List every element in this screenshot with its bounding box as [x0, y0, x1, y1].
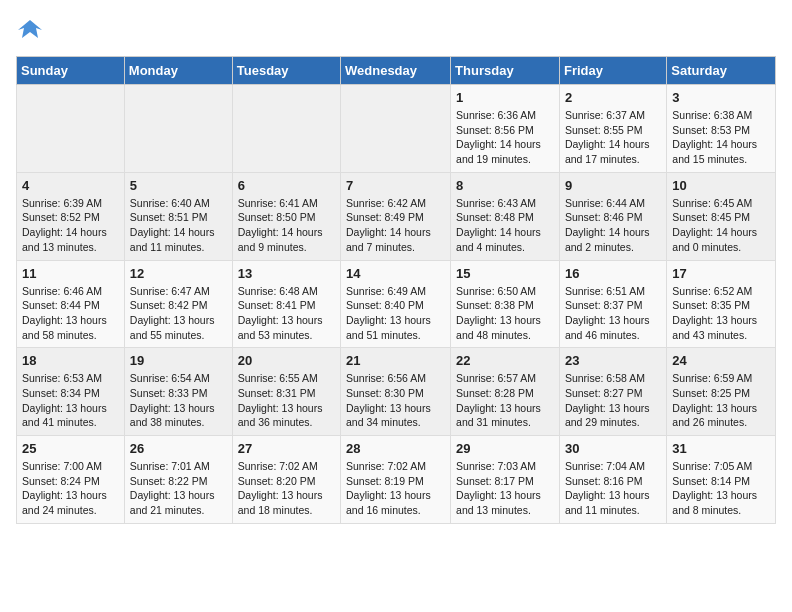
- day-info: Sunrise: 6:46 AM Sunset: 8:44 PM Dayligh…: [22, 284, 119, 343]
- day-cell: 24Sunrise: 6:59 AM Sunset: 8:25 PM Dayli…: [667, 348, 776, 436]
- header-friday: Friday: [559, 57, 666, 85]
- day-number: 28: [346, 441, 445, 456]
- header-sunday: Sunday: [17, 57, 125, 85]
- day-cell: 12Sunrise: 6:47 AM Sunset: 8:42 PM Dayli…: [124, 260, 232, 348]
- day-cell: [124, 85, 232, 173]
- day-cell: 5Sunrise: 6:40 AM Sunset: 8:51 PM Daylig…: [124, 172, 232, 260]
- day-number: 11: [22, 266, 119, 281]
- day-cell: 7Sunrise: 6:42 AM Sunset: 8:49 PM Daylig…: [341, 172, 451, 260]
- day-number: 3: [672, 90, 770, 105]
- day-number: 18: [22, 353, 119, 368]
- day-info: Sunrise: 6:36 AM Sunset: 8:56 PM Dayligh…: [456, 108, 554, 167]
- day-cell: 18Sunrise: 6:53 AM Sunset: 8:34 PM Dayli…: [17, 348, 125, 436]
- day-number: 30: [565, 441, 661, 456]
- day-number: 12: [130, 266, 227, 281]
- day-cell: 27Sunrise: 7:02 AM Sunset: 8:20 PM Dayli…: [232, 436, 340, 524]
- day-cell: 20Sunrise: 6:55 AM Sunset: 8:31 PM Dayli…: [232, 348, 340, 436]
- day-cell: 23Sunrise: 6:58 AM Sunset: 8:27 PM Dayli…: [559, 348, 666, 436]
- day-info: Sunrise: 6:43 AM Sunset: 8:48 PM Dayligh…: [456, 196, 554, 255]
- day-number: 8: [456, 178, 554, 193]
- day-info: Sunrise: 6:40 AM Sunset: 8:51 PM Dayligh…: [130, 196, 227, 255]
- day-cell: 21Sunrise: 6:56 AM Sunset: 8:30 PM Dayli…: [341, 348, 451, 436]
- day-number: 16: [565, 266, 661, 281]
- day-info: Sunrise: 6:41 AM Sunset: 8:50 PM Dayligh…: [238, 196, 335, 255]
- day-cell: 3Sunrise: 6:38 AM Sunset: 8:53 PM Daylig…: [667, 85, 776, 173]
- day-cell: 25Sunrise: 7:00 AM Sunset: 8:24 PM Dayli…: [17, 436, 125, 524]
- day-number: 10: [672, 178, 770, 193]
- day-number: 9: [565, 178, 661, 193]
- day-cell: 6Sunrise: 6:41 AM Sunset: 8:50 PM Daylig…: [232, 172, 340, 260]
- day-info: Sunrise: 6:48 AM Sunset: 8:41 PM Dayligh…: [238, 284, 335, 343]
- header-thursday: Thursday: [451, 57, 560, 85]
- day-cell: 31Sunrise: 7:05 AM Sunset: 8:14 PM Dayli…: [667, 436, 776, 524]
- day-info: Sunrise: 7:04 AM Sunset: 8:16 PM Dayligh…: [565, 459, 661, 518]
- day-cell: 11Sunrise: 6:46 AM Sunset: 8:44 PM Dayli…: [17, 260, 125, 348]
- day-number: 31: [672, 441, 770, 456]
- day-info: Sunrise: 6:56 AM Sunset: 8:30 PM Dayligh…: [346, 371, 445, 430]
- day-info: Sunrise: 6:45 AM Sunset: 8:45 PM Dayligh…: [672, 196, 770, 255]
- day-number: 1: [456, 90, 554, 105]
- day-number: 13: [238, 266, 335, 281]
- day-cell: 30Sunrise: 7:04 AM Sunset: 8:16 PM Dayli…: [559, 436, 666, 524]
- day-cell: 28Sunrise: 7:02 AM Sunset: 8:19 PM Dayli…: [341, 436, 451, 524]
- day-info: Sunrise: 6:58 AM Sunset: 8:27 PM Dayligh…: [565, 371, 661, 430]
- calendar: SundayMondayTuesdayWednesdayThursdayFrid…: [16, 56, 776, 524]
- day-info: Sunrise: 6:51 AM Sunset: 8:37 PM Dayligh…: [565, 284, 661, 343]
- week-row-1: 1Sunrise: 6:36 AM Sunset: 8:56 PM Daylig…: [17, 85, 776, 173]
- day-number: 24: [672, 353, 770, 368]
- logo: [16, 16, 48, 44]
- day-cell: 14Sunrise: 6:49 AM Sunset: 8:40 PM Dayli…: [341, 260, 451, 348]
- day-cell: 4Sunrise: 6:39 AM Sunset: 8:52 PM Daylig…: [17, 172, 125, 260]
- day-number: 5: [130, 178, 227, 193]
- day-cell: 1Sunrise: 6:36 AM Sunset: 8:56 PM Daylig…: [451, 85, 560, 173]
- day-cell: 13Sunrise: 6:48 AM Sunset: 8:41 PM Dayli…: [232, 260, 340, 348]
- header: [16, 16, 776, 44]
- day-info: Sunrise: 7:03 AM Sunset: 8:17 PM Dayligh…: [456, 459, 554, 518]
- header-saturday: Saturday: [667, 57, 776, 85]
- day-number: 2: [565, 90, 661, 105]
- day-info: Sunrise: 7:01 AM Sunset: 8:22 PM Dayligh…: [130, 459, 227, 518]
- day-cell: [341, 85, 451, 173]
- day-info: Sunrise: 6:50 AM Sunset: 8:38 PM Dayligh…: [456, 284, 554, 343]
- day-cell: 2Sunrise: 6:37 AM Sunset: 8:55 PM Daylig…: [559, 85, 666, 173]
- day-number: 21: [346, 353, 445, 368]
- day-cell: 8Sunrise: 6:43 AM Sunset: 8:48 PM Daylig…: [451, 172, 560, 260]
- day-info: Sunrise: 7:00 AM Sunset: 8:24 PM Dayligh…: [22, 459, 119, 518]
- day-info: Sunrise: 7:02 AM Sunset: 8:19 PM Dayligh…: [346, 459, 445, 518]
- header-monday: Monday: [124, 57, 232, 85]
- header-wednesday: Wednesday: [341, 57, 451, 85]
- day-cell: 16Sunrise: 6:51 AM Sunset: 8:37 PM Dayli…: [559, 260, 666, 348]
- day-cell: 29Sunrise: 7:03 AM Sunset: 8:17 PM Dayli…: [451, 436, 560, 524]
- day-number: 14: [346, 266, 445, 281]
- day-number: 25: [22, 441, 119, 456]
- day-number: 20: [238, 353, 335, 368]
- day-info: Sunrise: 7:05 AM Sunset: 8:14 PM Dayligh…: [672, 459, 770, 518]
- week-row-5: 25Sunrise: 7:00 AM Sunset: 8:24 PM Dayli…: [17, 436, 776, 524]
- day-cell: 15Sunrise: 6:50 AM Sunset: 8:38 PM Dayli…: [451, 260, 560, 348]
- day-number: 4: [22, 178, 119, 193]
- day-number: 7: [346, 178, 445, 193]
- day-info: Sunrise: 7:02 AM Sunset: 8:20 PM Dayligh…: [238, 459, 335, 518]
- day-cell: 10Sunrise: 6:45 AM Sunset: 8:45 PM Dayli…: [667, 172, 776, 260]
- day-cell: 26Sunrise: 7:01 AM Sunset: 8:22 PM Dayli…: [124, 436, 232, 524]
- svg-marker-0: [18, 20, 42, 38]
- day-info: Sunrise: 6:54 AM Sunset: 8:33 PM Dayligh…: [130, 371, 227, 430]
- day-number: 6: [238, 178, 335, 193]
- day-info: Sunrise: 6:42 AM Sunset: 8:49 PM Dayligh…: [346, 196, 445, 255]
- day-info: Sunrise: 6:52 AM Sunset: 8:35 PM Dayligh…: [672, 284, 770, 343]
- week-row-3: 11Sunrise: 6:46 AM Sunset: 8:44 PM Dayli…: [17, 260, 776, 348]
- day-number: 23: [565, 353, 661, 368]
- day-cell: 19Sunrise: 6:54 AM Sunset: 8:33 PM Dayli…: [124, 348, 232, 436]
- day-number: 19: [130, 353, 227, 368]
- day-cell: 9Sunrise: 6:44 AM Sunset: 8:46 PM Daylig…: [559, 172, 666, 260]
- day-info: Sunrise: 6:59 AM Sunset: 8:25 PM Dayligh…: [672, 371, 770, 430]
- day-info: Sunrise: 6:55 AM Sunset: 8:31 PM Dayligh…: [238, 371, 335, 430]
- day-number: 15: [456, 266, 554, 281]
- day-info: Sunrise: 6:37 AM Sunset: 8:55 PM Dayligh…: [565, 108, 661, 167]
- day-number: 27: [238, 441, 335, 456]
- day-cell: 22Sunrise: 6:57 AM Sunset: 8:28 PM Dayli…: [451, 348, 560, 436]
- header-tuesday: Tuesday: [232, 57, 340, 85]
- day-cell: [232, 85, 340, 173]
- day-info: Sunrise: 6:44 AM Sunset: 8:46 PM Dayligh…: [565, 196, 661, 255]
- day-info: Sunrise: 6:53 AM Sunset: 8:34 PM Dayligh…: [22, 371, 119, 430]
